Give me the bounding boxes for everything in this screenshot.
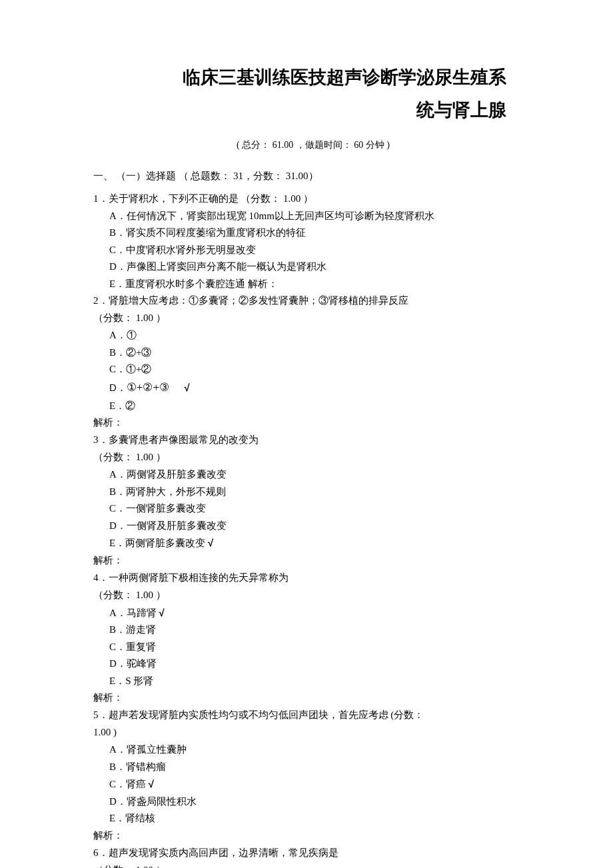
question-5-stem: 5．超声若发现肾脏内实质性均匀或不均匀低回声团块，首先应考虑 (分数： xyxy=(93,707,533,723)
question-4-score: （分数： 1.00 ） xyxy=(93,587,533,603)
question-6-stem: 6．超声发现肾实质内高回声团，边界清晰，常见疾病是 xyxy=(93,845,533,861)
question-1-stem: 1．关于肾积水，下列不正确的是 （分数： 1.00 ） xyxy=(93,191,533,207)
exam-meta: ( 总分： 61.00 ，做题时间： 60 分钟 ) xyxy=(93,138,533,153)
question-5-explain: 解析： xyxy=(93,827,533,843)
question-1-option-c: C．中度肾积水肾外形无明显改变 xyxy=(93,242,533,259)
question-5-option-c: C．肾癌 √ xyxy=(93,775,533,793)
question-3-option-e: E．两侧肾脏多囊改变 √ xyxy=(93,534,533,552)
question-4-stem: 4．一种两侧肾脏下极相连接的先天异常称为 xyxy=(93,570,533,586)
question-1-option-d: D．声像图上肾窦回声分离不能一概认为是肾积水 xyxy=(93,258,533,276)
question-4-option-b: B．游走肾 xyxy=(93,622,533,639)
question-6-score: （分数： 1.00 ） xyxy=(93,862,533,868)
question-3-option-b: B．两肾肿大，外形不规则 xyxy=(93,484,533,501)
question-2-option-d: D．①+②+③ √ xyxy=(93,378,533,398)
question-2-option-c: C．①+② xyxy=(93,361,533,378)
question-2-option-a: A．① xyxy=(93,327,533,344)
question-2-option-b: B．②+③ xyxy=(93,344,533,362)
question-2-explain: 解析： xyxy=(93,414,533,430)
question-2-stem: 2．肾脏增大应考虑：①多囊肾；②多发性肾囊肿；③肾移植的排异反应 xyxy=(93,292,533,308)
question-4-option-d: D．驼峰肾 xyxy=(93,655,533,673)
question-4-option-e: E．S 形肾 xyxy=(93,673,533,690)
question-3-option-a: A．两侧肾及肝脏多囊改变 xyxy=(93,466,533,484)
question-1-option-b: B．肾实质不同程度萎缩为重度肾积水的特征 xyxy=(93,224,533,242)
question-2-score: （分数： 1.00 ） xyxy=(93,310,533,326)
document-title-line2: 统与肾上腺 xyxy=(93,96,533,125)
question-5-score: 1.00 ) xyxy=(93,724,533,740)
question-3-score: （分数： 1.00 ） xyxy=(93,449,533,465)
question-4-option-a: A．马蹄肾 √ xyxy=(93,604,533,622)
question-5-option-d: D．肾盏局限性积水 xyxy=(93,793,533,811)
question-2-option-e: E．② xyxy=(93,398,533,415)
question-1-option-e: E．重度肾积水时多个囊腔连通 解析： xyxy=(93,276,533,293)
question-4-option-c: C．重复肾 xyxy=(93,639,533,656)
question-4-explain: 解析： xyxy=(93,689,533,705)
question-5-option-e: E．肾结核 xyxy=(93,810,533,827)
question-3-explain: 解析： xyxy=(93,552,533,568)
question-5-option-b: B．肾错构瘤 xyxy=(93,759,533,776)
document-title-line1: 临床三基训练医技超声诊断学泌尿生殖系 xyxy=(93,63,533,92)
question-3-stem: 3．多囊肾患者声像图最常见的改变为 xyxy=(93,432,533,448)
question-3-option-c: C．一侧肾脏多囊改变 xyxy=(93,500,533,518)
question-5-option-a: A．肾孤立性囊肿 xyxy=(93,741,533,759)
question-1-option-a: A．任何情况下，肾窦部出现宽 10mm以上无回声区均可诊断为轻度肾积水 xyxy=(93,208,533,225)
section-header: 一、 （一）选择题 （ 总题数： 31，分数： 31.00） xyxy=(93,168,533,184)
question-3-option-d: D．一侧肾及肝脏多囊改变 xyxy=(93,518,533,535)
